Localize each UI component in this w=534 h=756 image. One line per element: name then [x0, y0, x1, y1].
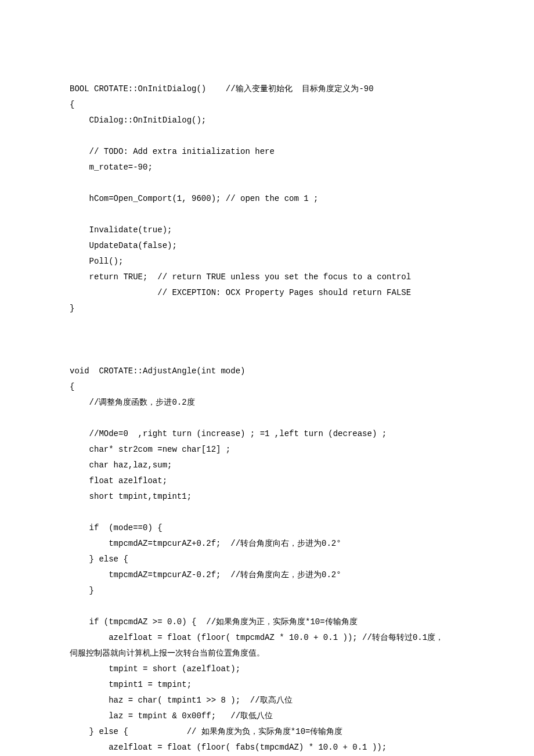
- document-page: BOOL CROTATE::OnInitDialog() //输入变量初始化 目…: [0, 0, 534, 756]
- code-block: BOOL CROTATE::OnInitDialog() //输入变量初始化 目…: [70, 81, 464, 755]
